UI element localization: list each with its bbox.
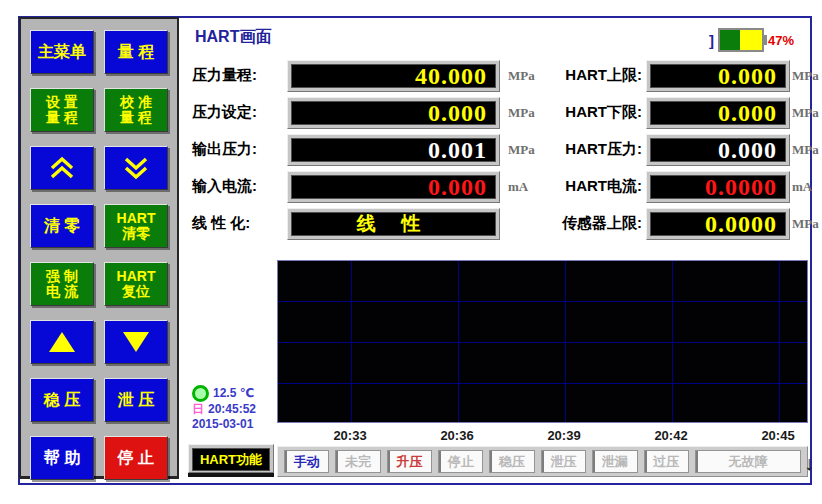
set-range-button[interactable]: 设 置量 程: [30, 88, 94, 132]
status-leak: 泄漏: [592, 450, 637, 473]
hart-zero-button-label: 清零: [122, 226, 150, 241]
force-current-button[interactable]: 强 制电 流: [30, 262, 94, 306]
hart-upper-limit-label: HART上限:: [523, 60, 642, 90]
page-title: HART画面: [195, 27, 271, 48]
battery-percent: 47%: [768, 33, 794, 48]
linearization-display: 线 性: [287, 208, 500, 240]
pressure-range-value: 40.000: [291, 64, 496, 88]
hart-zero-button-label: HART: [117, 211, 156, 226]
input-current-display: 0.000: [287, 171, 500, 203]
pressure-setpoint-value: 0.000: [291, 101, 496, 125]
range-button[interactable]: 量 程: [104, 30, 168, 74]
output-pressure-value: 0.001: [291, 138, 496, 162]
hart-lower-limit-label: HART下限:: [523, 97, 642, 127]
hart-current-unit: mA: [792, 171, 812, 203]
cursor-down-arrow: ↓: [804, 452, 814, 475]
hart-pressure-value: 0.000: [650, 138, 786, 162]
battery-fill: [720, 30, 740, 50]
main-menu-button-label: 主菜单: [38, 44, 86, 61]
hart-reset-button-label: HART: [117, 269, 156, 284]
status-manual: 手动: [284, 450, 329, 473]
chart-x-tick: 20:33: [320, 428, 380, 443]
status-stopped: 停止: [438, 450, 483, 473]
page-up-button[interactable]: [30, 146, 94, 190]
status-no-fault: 无故障: [695, 450, 801, 473]
hart-zero-button[interactable]: HART清零: [104, 204, 168, 248]
stop-button[interactable]: 停 止: [104, 436, 168, 480]
chart-x-tick: 20:45: [748, 428, 808, 443]
chart-gridline-horizontal: [278, 342, 807, 343]
sidebar: 主菜单量 程设 置量 程校 准量 程清 零HART清零强 制电 流HART复位稳…: [19, 17, 179, 479]
hart-pressure-display: 0.000: [646, 134, 790, 166]
pressure-setpoint-display: 0.000: [287, 97, 500, 129]
hart-upper-limit-value: 0.000: [650, 64, 786, 88]
hart-current-label: HART电流:: [523, 171, 642, 201]
hmi-screen: { "header": { "title": "HART画面", "batter…: [0, 0, 822, 504]
chart-gridline-horizontal: [278, 383, 807, 384]
main-menu-button[interactable]: 主菜单: [30, 30, 94, 74]
sensor-upper-limit-value: 0.0000: [650, 212, 786, 236]
status-overpressure: 过压: [644, 450, 689, 473]
help-button[interactable]: 帮 助: [30, 436, 94, 480]
hart-pressure-label: HART压力:: [523, 134, 642, 164]
hart-reset-button[interactable]: HART复位: [104, 262, 168, 306]
status-vent: 泄压: [541, 450, 586, 473]
cal-range-button[interactable]: 校 准量 程: [104, 88, 168, 132]
battery-icon: [718, 28, 764, 52]
hart-function-button[interactable]: HART功能: [188, 444, 274, 473]
battery-bracket: ]: [709, 32, 714, 49]
temperature-status-icon: [192, 385, 209, 402]
hold-pressure-button-label: 稳 压: [44, 392, 80, 409]
triangle-down-icon: [121, 329, 151, 355]
time-row: 日 20:45:52: [192, 402, 256, 417]
sensor-upper-limit-label: 传感器上限:: [523, 208, 642, 238]
output-pressure-display: 0.001: [287, 134, 500, 166]
sidebar-button-grid: 主菜单量 程设 置量 程校 准量 程清 零HART清零强 制电 流HART复位稳…: [21, 19, 177, 491]
hart-lower-limit-display: 0.000: [646, 97, 790, 129]
pressure-setpoint-label: 压力设定:: [192, 97, 286, 127]
calendar-icon: 日: [192, 402, 204, 417]
chart-gridline-horizontal: [278, 301, 807, 302]
chart-x-tick: 20:36: [427, 428, 487, 443]
pressure-range-display: 40.000: [287, 60, 500, 92]
hart-function-label: HART功能: [192, 448, 270, 471]
increase-button[interactable]: [30, 320, 94, 364]
decrease-button[interactable]: [104, 320, 168, 364]
set-range-button-label: 量 程: [46, 110, 78, 125]
chart-x-tick: 20:39: [534, 428, 594, 443]
force-current-button-label: 强 制: [46, 269, 78, 284]
hart-lower-limit-value: 0.000: [650, 101, 786, 125]
chevron-up-icon: [47, 154, 77, 182]
hart-reset-button-label: 复位: [122, 284, 150, 299]
hart-lower-limit-unit: MPa: [792, 97, 819, 129]
vent-pressure-button[interactable]: 泄 压: [104, 378, 168, 422]
sensor-upper-limit-unit: MPa: [792, 208, 819, 240]
time-value: 20:45:52: [208, 402, 256, 417]
force-current-button-label: 电 流: [46, 284, 78, 299]
date-row: 2015-03-01: [192, 417, 256, 432]
clock-block: 12.5 ℃ 日 20:45:52 2015-03-01: [192, 385, 256, 432]
output-pressure-label: 输出压力:: [192, 134, 286, 164]
status-pressurize: 升压: [387, 450, 432, 473]
cal-range-button-label: 量 程: [120, 110, 152, 125]
sensor-upper-limit-display: 0.0000: [646, 208, 790, 240]
pressure-range-label: 压力量程:: [192, 60, 286, 90]
hart-upper-limit-unit: MPa: [792, 60, 819, 92]
input-current-value: 0.000: [291, 175, 496, 199]
temperature-value: 12.5 ℃: [213, 386, 254, 401]
date-value: 2015-03-01: [192, 417, 253, 432]
cal-range-button-label: 校 准: [120, 95, 152, 110]
linearization-label: 线 性 化:: [192, 208, 286, 238]
page-down-button[interactable]: [104, 146, 168, 190]
battery-nub: [764, 35, 767, 45]
battery-indicator: ] 47%: [709, 28, 794, 52]
input-current-label: 输入电流:: [192, 171, 286, 201]
set-range-button-label: 设 置: [46, 95, 78, 110]
trend-chart: [277, 260, 808, 423]
hold-pressure-button[interactable]: 稳 压: [30, 378, 94, 422]
hart-upper-limit-display: 0.000: [646, 60, 790, 92]
triangle-up-icon: [47, 329, 77, 355]
zero-button[interactable]: 清 零: [30, 204, 94, 248]
range-button-label: 量 程: [118, 44, 154, 61]
status-stabilize: 稳压: [489, 450, 534, 473]
